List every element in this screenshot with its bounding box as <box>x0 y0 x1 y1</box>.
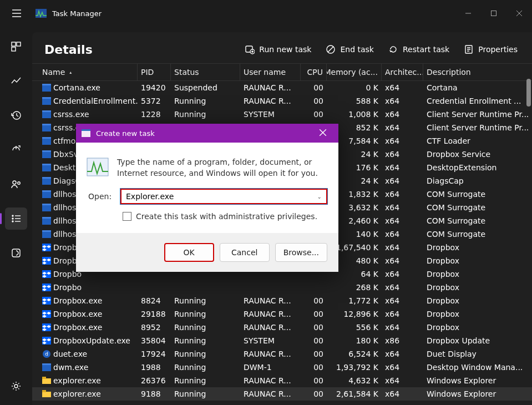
close-button[interactable] <box>506 2 532 24</box>
process-status: Running <box>171 321 240 334</box>
process-status: Running <box>171 334 240 347</box>
process-desc: Cortana <box>423 81 532 94</box>
svg-point-15 <box>12 215 13 216</box>
process-user: RAUNAC R... <box>240 321 301 334</box>
open-combobox[interactable]: Explorer.exe ⌄ <box>120 189 327 204</box>
process-pid: 9188 <box>138 387 171 401</box>
table-row[interactable]: CredentialEnrollment...5372RunningRAUNAC… <box>32 94 532 108</box>
sort-asc-icon: ▴ <box>69 70 72 75</box>
end-task-button[interactable]: End task <box>323 41 376 58</box>
process-user: SYSTEM <box>240 334 301 347</box>
table-row[interactable]: Dropbox.exe8952RunningRAUNAC R...00556 K… <box>32 321 532 334</box>
app-title: Task Manager <box>52 9 102 18</box>
process-pid <box>138 281 171 294</box>
minimize-button[interactable] <box>455 2 481 24</box>
sidebar <box>0 27 32 405</box>
scrollbar-thumb[interactable] <box>526 79 531 107</box>
nav-services[interactable] <box>5 242 27 264</box>
cancel-button[interactable]: Cancel <box>220 243 270 262</box>
process-icon: d <box>42 350 51 358</box>
restart-task-button[interactable]: Restart task <box>386 41 452 58</box>
process-desc: Dropbox <box>423 241 532 254</box>
table-row[interactable]: Dropbox.exe8824RunningRAUNAC R...001,772… <box>32 294 532 307</box>
svg-rect-44 <box>42 150 51 152</box>
col-name[interactable]: Name▴ <box>39 64 138 80</box>
col-mem[interactable]: Memory (ac... <box>327 64 382 80</box>
col-pid[interactable]: PID <box>138 64 171 80</box>
process-pid: 5372 <box>138 94 171 108</box>
table-row[interactable]: explorer.exe26376RunningRAUNAC R...004,6… <box>32 374 532 387</box>
admin-checkbox[interactable] <box>123 212 131 221</box>
process-cpu: 00 <box>301 361 327 374</box>
svg-rect-68 <box>42 363 51 365</box>
svg-rect-56 <box>42 230 51 232</box>
svg-point-13 <box>13 181 16 184</box>
table-row[interactable]: Cortana.exe19420SuspendedRAUNAC R...000 … <box>32 81 532 94</box>
maximize-button[interactable] <box>481 2 506 24</box>
table-row[interactable]: dwm.exe1988RunningDWM-1001,93,792 Kx64De… <box>32 361 532 374</box>
process-arch: x64 <box>382 174 423 188</box>
process-desc: Dropbox <box>423 294 532 307</box>
open-input-value: Explorer.exe <box>126 192 174 201</box>
process-name: dwm.exe <box>53 363 88 372</box>
process-cpu: 00 <box>301 334 327 347</box>
process-name: Dropbo <box>53 283 82 292</box>
properties-button[interactable]: Properties <box>462 41 520 58</box>
col-user[interactable]: User name <box>240 64 301 80</box>
process-desc: Windows Explorer <box>423 374 532 387</box>
process-pid: 1228 <box>138 108 171 121</box>
process-status: Running <box>171 108 240 121</box>
process-icon <box>42 150 51 158</box>
process-arch: x64 <box>382 94 423 108</box>
col-status[interactable]: Status <box>171 64 240 80</box>
process-desc: COM Surrogate <box>423 188 532 201</box>
process-desc: Desktop Window Mana... <box>423 361 532 374</box>
hamburger-menu[interactable] <box>4 1 29 26</box>
dialog-close-button[interactable] <box>318 129 333 138</box>
process-desc: Dropbox <box>423 254 532 267</box>
process-mem: 268 K <box>327 281 382 294</box>
col-arch[interactable]: Architec... <box>382 64 423 80</box>
table-row[interactable]: DropboxUpdate.exe35804RunningSYSTEM00180… <box>32 334 532 347</box>
svg-rect-40 <box>42 124 51 125</box>
browse-button[interactable]: Browse... <box>275 243 327 262</box>
settings-button[interactable] <box>5 375 27 397</box>
process-pid: 35804 <box>138 334 171 347</box>
nav-history[interactable] <box>5 104 27 126</box>
table-row[interactable]: Dropbox.exe29188RunningRAUNAC R...0012,8… <box>32 307 532 321</box>
ok-button[interactable]: OK <box>164 243 214 262</box>
process-arch: x64 <box>382 347 423 361</box>
table-row[interactable]: dduet.exe17924RunningRAUNAC R...006,524 … <box>32 347 532 361</box>
process-desc: DiagsCap <box>423 174 532 188</box>
svg-rect-48 <box>42 177 51 179</box>
dialog-titlebar[interactable]: Create new task <box>76 124 338 143</box>
process-name: Dropbox.exe <box>53 296 102 305</box>
col-desc[interactable]: Description <box>423 64 532 80</box>
nav-processes[interactable] <box>5 36 27 58</box>
process-cpu: 00 <box>301 321 327 334</box>
process-icon <box>42 244 51 251</box>
process-mem: 588 K <box>327 94 382 108</box>
col-cpu[interactable]: CPU <box>301 64 327 80</box>
table-row[interactable]: Dropbo268 Kx64Dropbox <box>32 281 532 294</box>
svg-point-22 <box>14 384 18 388</box>
process-desc: Credential Enrollment ... <box>423 94 532 108</box>
run-new-task-button[interactable]: Run new task <box>242 41 313 58</box>
svg-rect-71 <box>42 392 51 397</box>
table-row[interactable]: explorer.exe9188RunningRAUNAC R...002,61… <box>32 387 532 401</box>
table-row[interactable]: csrss.exe1228RunningSYSTEM001,008 Kx64Cl… <box>32 108 532 121</box>
process-arch: x86 <box>382 334 423 347</box>
process-user: RAUNAC R... <box>240 307 301 321</box>
process-name: duet.exe <box>53 350 87 358</box>
process-status: Running <box>171 294 240 307</box>
process-desc: COM Surrogate <box>423 201 532 214</box>
svg-rect-21 <box>12 249 20 257</box>
svg-rect-50 <box>42 190 51 192</box>
process-arch: x64 <box>382 188 423 201</box>
nav-performance[interactable] <box>5 70 27 92</box>
process-user: RAUNAC R... <box>240 347 301 361</box>
nav-users[interactable] <box>5 173 27 195</box>
nav-startup[interactable] <box>5 139 27 161</box>
nav-details[interactable] <box>5 207 27 230</box>
process-status: Running <box>171 307 240 321</box>
